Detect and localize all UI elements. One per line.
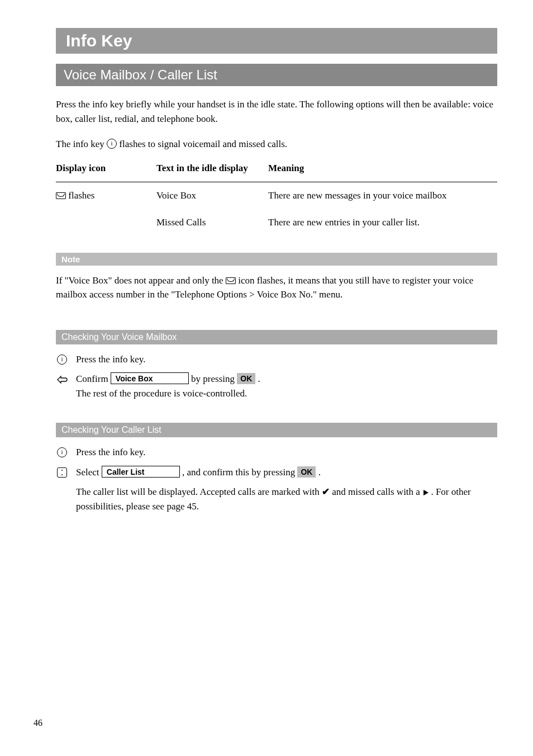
ok-button-label: OK: [237, 373, 255, 384]
step-row: The caller list will be displayed. Accep…: [56, 485, 497, 513]
ok-button-label: OK: [297, 466, 316, 478]
step-text: The caller list will be displayed. Accep…: [76, 485, 497, 513]
step-row: Press the info key.: [56, 352, 497, 367]
mail-icon: [56, 192, 66, 199]
display-value-box: Caller List: [102, 466, 180, 478]
info-icon: [107, 139, 117, 149]
cell-text: Missed Calls: [156, 209, 268, 236]
section-heading: Voice Mailbox / Caller List: [56, 64, 497, 86]
step-row: Confirm Voice Box by pressing OK . The r…: [56, 372, 497, 400]
step-row: Press the info key.: [56, 445, 497, 460]
page-number: 46: [34, 718, 42, 728]
subsection-heading: Checking Your Voice Mailbox: [56, 330, 497, 344]
text: .: [258, 374, 260, 384]
text: If "Voice Box" does not appear and only …: [56, 275, 226, 286]
text: The caller list will be displayed. Accep…: [76, 486, 322, 497]
text: , and confirm this by pressing: [182, 467, 297, 478]
col-header: Display icon: [56, 163, 156, 182]
text: and missed calls with a: [332, 486, 422, 497]
step-row: Select Caller List , and confirm this by…: [56, 465, 497, 480]
note-label: Note: [56, 253, 497, 266]
text: The rest of the procedure is voice-contr…: [76, 388, 247, 399]
step-text: Press the info key.: [76, 352, 146, 367]
info-icon: [57, 447, 67, 457]
info-key-line: The info key flashes to signal voicemail…: [56, 137, 497, 152]
updown-icon: [57, 467, 67, 478]
step-text: Confirm Voice Box by pressing OK . The r…: [76, 372, 260, 400]
info-icon: [57, 355, 67, 365]
text: .: [318, 467, 321, 478]
table-row: Missed Calls There are new entries in yo…: [56, 209, 497, 236]
text: The info key: [56, 139, 107, 149]
cell-text: Voice Box: [156, 182, 268, 209]
cell-text: flashes: [68, 190, 94, 201]
display-icon-table: Display icon Text in the idle display Me…: [56, 163, 497, 236]
text: Confirm: [76, 374, 111, 384]
mail-icon: [226, 277, 236, 284]
step-text: Select Caller List , and confirm this by…: [76, 465, 321, 480]
cell-text: There are new messages in your voice mai…: [268, 182, 497, 209]
display-value-box: Voice Box: [111, 372, 189, 384]
subsection-heading: Checking Your Caller List: [56, 423, 497, 437]
text: flashes to signal voicemail and missed c…: [119, 139, 287, 149]
step-text: Press the info key.: [76, 445, 146, 460]
text: Select: [76, 467, 102, 478]
col-header: Meaning: [268, 163, 497, 182]
main-heading: Info Key: [56, 28, 497, 54]
back-icon: [56, 374, 68, 383]
check-icon: ✔: [322, 485, 330, 499]
table-row: flashes Voice Box There are new messages…: [56, 182, 497, 209]
arrow-right-icon: [423, 490, 429, 495]
text: by pressing: [191, 374, 237, 384]
intro-paragraph: Press the info key briefly while your ha…: [56, 97, 497, 126]
col-header: Text in the idle display: [156, 163, 268, 182]
cell-text: [56, 209, 156, 236]
note-body: If "Voice Box" does not appear and only …: [56, 273, 497, 302]
cell-text: There are new entries in your caller lis…: [268, 209, 497, 236]
